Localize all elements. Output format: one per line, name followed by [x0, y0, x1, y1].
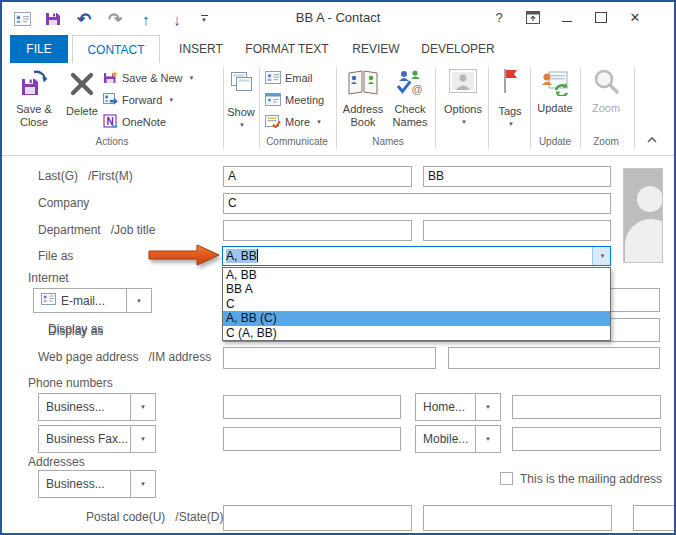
onenote-label: OneNote: [122, 116, 166, 128]
minimize-button[interactable]: [556, 6, 578, 28]
mailing-address-checkbox[interactable]: [500, 472, 513, 485]
outlook-contact-window: ↶ ↷ ↑ ↓ ▼ BB A - Contact ? ✕ FILE CONTAC…: [0, 0, 676, 535]
check-names-button[interactable]: @ Check Names: [388, 65, 432, 133]
ribbon-display-options-icon[interactable]: [522, 6, 544, 28]
update-icon: [541, 68, 569, 98]
update-button[interactable]: Update: [532, 65, 578, 133]
more-icon: [265, 115, 281, 130]
help-icon[interactable]: ?: [488, 6, 510, 28]
zoom-button: Zoom: [582, 65, 630, 133]
update-group-label: Update: [530, 136, 580, 147]
address-business-button[interactable]: Business... ▼: [38, 470, 156, 498]
tags-flag-icon: [499, 68, 521, 96]
chevron-down-icon: ▼: [140, 404, 146, 410]
state-input[interactable]: [423, 505, 612, 531]
forward-dropdown-icon: ▼: [168, 97, 174, 103]
mailing-address-checkbox-label: This is the mailing address: [520, 472, 662, 486]
file-as-selected-text: A, BB: [226, 249, 257, 263]
mobile-phone-dropdown-button[interactable]: ▼: [475, 426, 500, 452]
address-book-icon: [347, 68, 379, 98]
mobile-phone-input[interactable]: [512, 427, 661, 451]
business-fax-dropdown-button[interactable]: ▼: [130, 426, 155, 452]
web-im-label: Web page address /IM address: [38, 350, 211, 364]
tags-button[interactable]: Tags ▼: [491, 65, 529, 133]
show-button[interactable]: Show ▼: [224, 65, 258, 133]
company-input[interactable]: C: [223, 193, 611, 214]
chevron-down-icon: ▼: [485, 404, 491, 410]
email-field-button[interactable]: E-mail... ▼: [33, 288, 152, 313]
address-book-button[interactable]: Address Book: [340, 65, 386, 133]
tab-format-text[interactable]: FORMAT TEXT: [234, 35, 340, 63]
meeting-button[interactable]: Meeting: [265, 91, 324, 109]
email-field-dropdown-button[interactable]: ▼: [126, 289, 151, 312]
onenote-button[interactable]: N OneNote: [103, 113, 166, 131]
save-close-button[interactable]: Save & Close: [8, 65, 60, 133]
tab-developer[interactable]: DEVELOPER: [412, 35, 504, 63]
home-phone-dropdown-button[interactable]: ▼: [475, 394, 500, 420]
callout-arrow: [148, 242, 222, 268]
phone-numbers-section-label: Phone numbers: [28, 376, 113, 390]
ribbon-divider: [634, 67, 635, 149]
im-address-input[interactable]: [448, 347, 660, 369]
business-phone-button[interactable]: Business... ▼: [38, 393, 156, 421]
options-dropdown-icon: ▼: [461, 119, 467, 125]
last-name-input[interactable]: A: [223, 166, 412, 187]
check-names-icon: @: [395, 68, 425, 98]
save-close-label-1: Save &: [16, 103, 51, 116]
more-label: More: [285, 116, 310, 128]
file-as-option[interactable]: BB A: [223, 282, 610, 296]
contact-photo-placeholder[interactable]: [623, 168, 663, 263]
address-business-button-label: Business...: [46, 477, 105, 491]
email-icon: [265, 71, 281, 86]
home-phone-button[interactable]: Home... ▼: [415, 393, 501, 421]
country-input-partial[interactable]: [633, 505, 676, 531]
file-as-option[interactable]: A, BB: [223, 268, 610, 282]
more-button[interactable]: More ▼: [265, 113, 322, 131]
first-name-input[interactable]: BB: [423, 166, 611, 187]
web-page-input[interactable]: [223, 347, 436, 369]
business-fax-input[interactable]: [223, 427, 401, 451]
file-as-dropdown-button[interactable]: ▼: [592, 247, 610, 265]
close-button[interactable]: ✕: [624, 6, 646, 28]
forward-label: Forward: [122, 94, 162, 106]
file-as-value: A, BB: [223, 247, 592, 265]
home-phone-input[interactable]: [512, 395, 661, 419]
ribbon-tabs: FILE CONTACT INSERT FORMAT TEXT REVIEW D…: [2, 35, 674, 63]
file-as-option[interactable]: C: [223, 297, 610, 311]
mobile-phone-button[interactable]: Mobile... ▼: [415, 425, 501, 453]
address-business-dropdown-button[interactable]: ▼: [130, 471, 155, 497]
save-close-label-2: Close: [20, 116, 48, 129]
postal-code-input[interactable]: [223, 505, 412, 531]
address-book-label-1: Address: [343, 103, 383, 116]
email-field-button-label: E-mail...: [61, 294, 105, 308]
tab-contact[interactable]: CONTACT: [72, 35, 160, 63]
job-title-input[interactable]: [423, 220, 611, 241]
update-button-label: Update: [537, 102, 572, 115]
department-input[interactable]: [223, 220, 412, 241]
forward-button[interactable]: Forward ▼: [103, 91, 174, 109]
chevron-down-icon: ▼: [600, 253, 606, 259]
tab-insert[interactable]: INSERT: [168, 35, 234, 63]
email-button[interactable]: Email: [265, 69, 313, 87]
maximize-button[interactable]: [590, 6, 612, 28]
tab-review[interactable]: REVIEW: [340, 35, 412, 63]
save-new-dropdown-icon: ▼: [189, 75, 195, 81]
business-fax-button[interactable]: Business Fax... ▼: [38, 425, 156, 453]
options-icon: [449, 69, 477, 95]
svg-text:@: @: [411, 83, 422, 95]
options-button[interactable]: Options ▼: [438, 65, 488, 133]
file-as-option-highlighted[interactable]: A, BB (C): [223, 311, 610, 325]
email-field-icon: [41, 293, 56, 308]
delete-icon: [69, 71, 95, 99]
business-phone-dropdown-button[interactable]: ▼: [130, 394, 155, 420]
check-names-label-2: Names: [393, 116, 428, 129]
save-new-button[interactable]: Save & New ▼: [103, 69, 194, 87]
collapse-ribbon-icon[interactable]: [646, 135, 658, 146]
save-close-icon: [21, 68, 48, 99]
delete-button[interactable]: Delete: [62, 65, 102, 133]
tab-file[interactable]: FILE: [10, 35, 68, 63]
business-phone-input[interactable]: [223, 395, 401, 419]
file-as-option[interactable]: C (A, BB): [223, 326, 610, 340]
file-as-combobox[interactable]: A, BB ▼: [222, 246, 611, 266]
titlebar: ↶ ↷ ↑ ↓ ▼ BB A - Contact ? ✕: [2, 2, 674, 35]
